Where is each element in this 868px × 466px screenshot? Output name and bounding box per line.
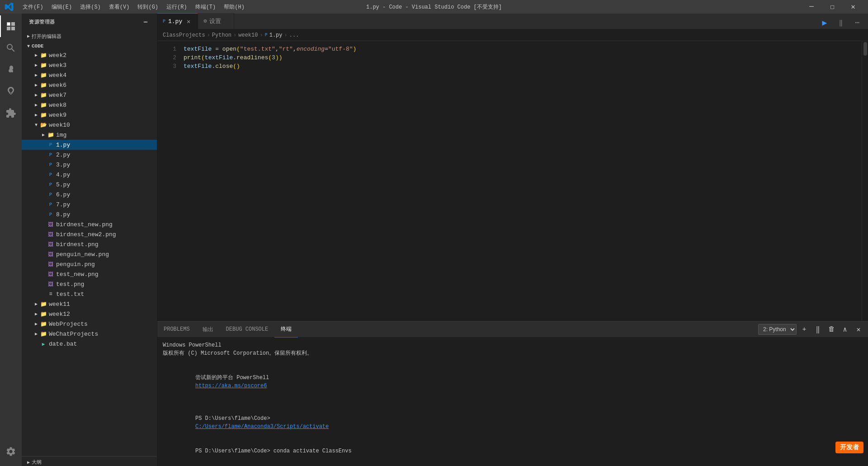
sidebar-header: 资源管理器 ⋯ [22,14,157,30]
minimize-button[interactable]: ─ [801,0,822,14]
tree-item-2py[interactable]: ▶ P 2.py [22,150,157,160]
tree-item-4py[interactable]: ▶ P 4.py [22,170,157,180]
tree-item-birdnest-new-png[interactable]: ▶ 🖼 birdnest_new.png [22,219,157,229]
terminal-tabs-bar: PROBLEMS 输出 DEBUG CONSOLE 终端 2: Python +… [157,322,868,338]
tree-item-week12[interactable]: ▶ 📁 week12 [22,309,157,319]
tree-item-5py[interactable]: ▶ P 5.py [22,180,157,190]
breadcrumb-classprojects[interactable]: ClassProjects [163,32,205,38]
terminal-collapse-button[interactable]: ∧ [839,323,851,335]
tree-item-penguin-png[interactable]: ▶ 🖼 penguin.png [22,259,157,269]
title-bar-menu[interactable]: 文件(F) 编辑(E) 选择(S) 查看(V) 转到(G) 运行(R) 终端(T… [19,2,248,12]
tree-item-8py[interactable]: ▶ P 8.py [22,209,157,219]
file-icon-date-bat: ▶ [40,340,47,347]
breadcrumb-week10[interactable]: week10 [238,32,258,38]
editor-scrollbar[interactable] [862,41,868,321]
tree-item-test-png[interactable]: ▶ 🖼 test.png [22,279,157,289]
code-content[interactable]: textFile = open ( "test.txt" , "rt" , en… [180,41,862,321]
terminal-tab-terminal[interactable]: 终端 [274,322,298,338]
file-icon-2py: P [47,151,54,158]
debug-icon[interactable] [0,81,22,102]
tree-arrow-test-txt: ▶ [40,291,47,297]
sidebar-more-button[interactable]: ⋯ [142,17,150,27]
tab-1py[interactable]: P 1.py ✕ [157,13,198,29]
tab-py-icon: P [163,19,165,24]
terminal-content[interactable]: Windows PowerShell 版权所有 (C) Microsoft Co… [157,338,868,466]
file-icon-8py: P [47,211,54,218]
tree-item-week2[interactable]: ▶ 📁 week2 [22,50,157,60]
title-controls[interactable]: ─ ☐ ✕ [801,0,863,14]
tree-item-img[interactable]: ▶ 📁 img [22,130,157,140]
terminal-tab-debug-console[interactable]: DEBUG CONSOLE [220,322,275,338]
search-activity-icon[interactable] [0,37,22,59]
folder-arrow-week9: ▶ [33,112,40,118]
file-icon-6py: P [47,191,54,198]
tree-item-wechatprojects[interactable]: ▶ 📁 WeChatProjects [22,329,157,339]
activate-link[interactable]: C:/Users/flame/Anaconda3/Scripts/activat… [195,423,329,430]
menu-run[interactable]: 运行(R) [163,2,191,12]
terminal-add-button[interactable]: + [798,323,810,335]
tree-item-date-bat[interactable]: ▶ ▶ date.bat [22,339,157,349]
tree-item-week3[interactable]: ▶ 📁 week3 [22,60,157,70]
run-button[interactable]: ▶ [817,16,832,29]
tree-item-test-txt[interactable]: ▶ ≡ test.txt [22,289,157,299]
tree-item-birdnest-png[interactable]: ▶ 🖼 birdnest.png [22,239,157,249]
menu-file[interactable]: 文件(F) [19,2,47,12]
breadcrumb-python[interactable]: Python [212,32,231,38]
scrollbar-thumb[interactable] [863,42,867,56]
terminal-tab-problems[interactable]: PROBLEMS [157,322,196,338]
code-line-3: textFile . close ( ) [184,62,862,71]
tree-label-birdnest-png: birdnest.png [56,241,99,248]
open-editors-arrow: ▶ [27,33,30,39]
tree-item-birdnest-new2-png[interactable]: ▶ 🖼 birdnest_new2.png [22,229,157,239]
menu-goto[interactable]: 转到(G) [134,2,162,12]
settings-activity-icon[interactable] [0,441,22,462]
tree-item-penguin-new-png[interactable]: ▶ 🖼 penguin_new.png [22,249,157,259]
code-editor[interactable]: 1 2 3 textFile = open ( "test.txt" , "rt… [157,41,868,321]
tree-arrow-date-bat: ▶ [33,341,40,347]
menu-edit[interactable]: 编辑(E) [48,2,76,12]
terminal-delete-button[interactable]: 🗑 [826,323,837,335]
code-root-section[interactable]: ▼ CODE [22,40,157,50]
tree-item-week10[interactable]: ▼ 📂 week10 [22,120,157,130]
menu-view[interactable]: 查看(V) [105,2,133,12]
tree-item-week11[interactable]: ▶ 📁 week11 [22,299,157,309]
terminal-split-button[interactable]: ‖ [812,323,824,335]
more-actions-button[interactable]: ⋯ [850,16,864,29]
tree-item-week9[interactable]: ▶ 📁 week9 [22,110,157,120]
sidebar-header-icons[interactable]: ⋯ [142,17,150,27]
tree-item-6py[interactable]: ▶ P 6.py [22,190,157,200]
outline-section[interactable]: ▶ 大纲 [22,456,157,466]
tab-settings[interactable]: ⚙ 设置 [198,13,234,29]
explorer-icon[interactable] [0,15,22,37]
tree-item-week7[interactable]: ▶ 📁 week7 [22,90,157,100]
open-editors-section[interactable]: ▶ 打开的编辑器 [22,30,157,40]
tree-item-week4[interactable]: ▶ 📁 week4 [22,70,157,80]
terminal-close-button[interactable]: ✕ [853,323,864,335]
tree-item-7py[interactable]: ▶ P 7.py [22,200,157,209]
folder-icon-week12: 📁 [40,310,47,318]
tree-label-4py: 4.py [56,171,70,178]
maximize-button[interactable]: ☐ [822,0,843,14]
tree-item-3py[interactable]: ▶ P 3.py [22,160,157,170]
menu-selection[interactable]: 选择(S) [76,2,104,12]
extensions-icon[interactable] [0,102,22,124]
tree-item-webprojects[interactable]: ▶ 📁 WebProjects [22,319,157,329]
tab-1py-close-button[interactable]: ✕ [185,18,192,25]
pscore-link[interactable]: https://aka.ms/pscore6 [195,383,267,389]
tree-label-week11: week11 [49,301,70,308]
tree-label-6py: 6.py [56,191,70,198]
tree-arrow-penguin-new-png: ▶ [40,252,47,257]
tree-item-test-new-png[interactable]: ▶ 🖼 test_new.png [22,269,157,279]
menu-terminal[interactable]: 终端(T) [192,2,220,12]
menu-help[interactable]: 帮助(H) [220,2,248,12]
source-control-icon[interactable] [0,59,22,81]
tree-item-week6[interactable]: ▶ 📁 week6 [22,80,157,90]
breadcrumb-1py[interactable]: 1.py [269,32,283,38]
tree-item-1py[interactable]: ▶ P 1.py [22,140,157,150]
split-editor-button[interactable]: ‖ [834,16,848,29]
terminal-tab-output[interactable]: 输出 [196,322,220,338]
close-button[interactable]: ✕ [843,0,863,14]
breadcrumb-more[interactable]: ... [289,32,299,38]
terminal-instance-select[interactable]: 2: Python [758,324,797,335]
tree-item-week8[interactable]: ▶ 📁 week8 [22,100,157,110]
